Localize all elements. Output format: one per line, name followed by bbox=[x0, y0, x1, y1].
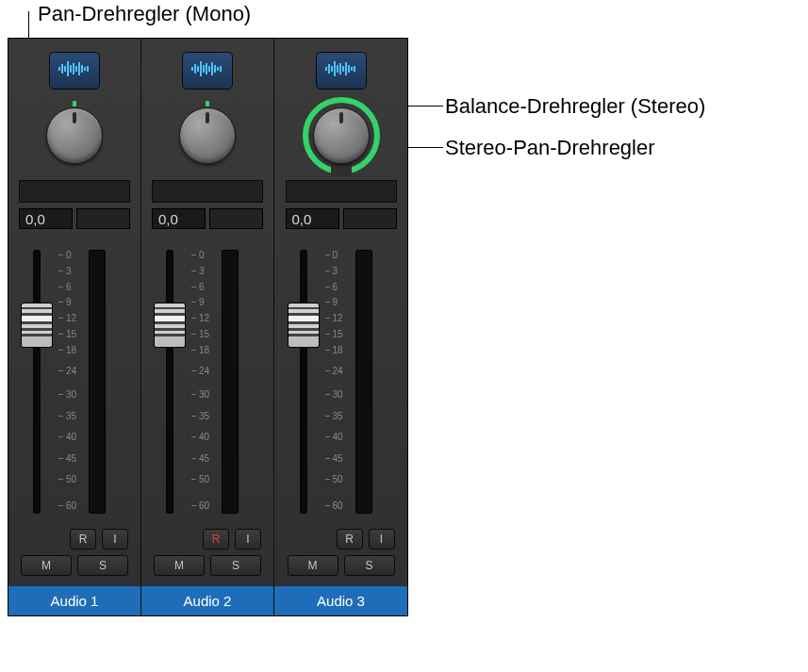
waveform-icon bbox=[58, 59, 91, 82]
input-type-button[interactable] bbox=[182, 52, 233, 90]
svg-rect-13 bbox=[197, 66, 199, 72]
svg-rect-8 bbox=[81, 65, 83, 73]
channel-strip-2: 0,0 0 3 6 9 12 15 18 24 30 35 40 45 50 bbox=[141, 39, 274, 615]
fader-cap[interactable] bbox=[288, 303, 320, 348]
insert-slot[interactable] bbox=[286, 180, 397, 203]
input-monitor-button[interactable]: I bbox=[369, 529, 395, 549]
svg-rect-32 bbox=[354, 66, 355, 72]
level-readout: 0,0 bbox=[19, 208, 73, 229]
input-type-button[interactable] bbox=[49, 52, 100, 90]
mute-button[interactable]: M bbox=[154, 555, 205, 576]
level-meter bbox=[355, 250, 372, 514]
pan-indicator-icon bbox=[73, 101, 76, 107]
annotation-stereo-pan: Stereo-Pan-Drehregler bbox=[445, 136, 655, 160]
svg-rect-12 bbox=[194, 64, 196, 74]
svg-rect-19 bbox=[214, 65, 216, 73]
svg-rect-16 bbox=[206, 63, 207, 74]
fader-cap[interactable] bbox=[21, 303, 53, 348]
svg-rect-5 bbox=[73, 63, 74, 74]
svg-rect-22 bbox=[325, 67, 327, 71]
level-readout: 0,0 bbox=[152, 208, 206, 229]
svg-rect-30 bbox=[348, 65, 350, 73]
stereo-pan-knob[interactable] bbox=[313, 107, 370, 164]
track-name-label[interactable]: Audio 2 bbox=[141, 585, 273, 615]
solo-button[interactable]: S bbox=[344, 555, 395, 576]
insert-slot[interactable] bbox=[19, 180, 130, 203]
pan-knob-mono[interactable] bbox=[46, 107, 103, 164]
level-readout: 0,0 bbox=[286, 208, 339, 229]
svg-rect-4 bbox=[70, 65, 72, 73]
svg-rect-27 bbox=[339, 63, 341, 74]
svg-rect-24 bbox=[331, 66, 333, 72]
svg-rect-21 bbox=[220, 66, 222, 72]
svg-rect-17 bbox=[208, 66, 210, 72]
svg-rect-23 bbox=[328, 64, 330, 74]
volume-fader-track[interactable] bbox=[152, 250, 188, 514]
annotation-balance-stereo: Balance-Drehregler (Stereo) bbox=[445, 94, 705, 119]
input-type-button[interactable] bbox=[316, 52, 367, 90]
svg-rect-11 bbox=[191, 67, 193, 71]
record-enable-button[interactable]: R bbox=[337, 529, 363, 549]
insert-slot[interactable] bbox=[152, 180, 263, 203]
svg-rect-2 bbox=[64, 66, 66, 72]
channel-strip-1: 0,0 0 3 6 9 12 15 18 24 30 35 40 45 50 bbox=[8, 39, 141, 615]
db-scale: 0 3 6 9 12 15 18 24 30 35 40 45 50 60 bbox=[325, 250, 352, 514]
level-meter bbox=[89, 250, 106, 514]
input-monitor-button[interactable]: I bbox=[102, 529, 128, 549]
level-meter bbox=[222, 250, 239, 514]
svg-rect-20 bbox=[217, 67, 219, 71]
balance-knob-stereo[interactable] bbox=[179, 107, 236, 164]
svg-rect-10 bbox=[87, 66, 89, 72]
svg-rect-26 bbox=[337, 65, 338, 73]
db-scale: 0 3 6 9 12 15 18 24 30 35 40 45 50 60 bbox=[191, 250, 218, 514]
mute-button[interactable]: M bbox=[288, 555, 338, 576]
mixer-panel: 0,0 0 3 6 9 12 15 18 24 30 35 40 45 50 bbox=[8, 38, 408, 616]
peak-readout bbox=[76, 208, 130, 229]
fader-cap[interactable] bbox=[154, 303, 186, 348]
channel-strip-3: 0,0 0 3 6 9 12 15 18 24 30 35 40 45 50 bbox=[274, 39, 407, 615]
peak-readout bbox=[343, 208, 397, 229]
svg-rect-0 bbox=[58, 67, 60, 71]
svg-rect-3 bbox=[67, 61, 69, 76]
record-enable-button[interactable]: R bbox=[70, 529, 96, 549]
track-name-label[interactable]: Audio 3 bbox=[274, 585, 407, 615]
svg-rect-9 bbox=[84, 67, 86, 71]
svg-rect-29 bbox=[345, 62, 347, 75]
svg-rect-14 bbox=[200, 61, 202, 76]
svg-rect-6 bbox=[75, 66, 77, 72]
svg-rect-25 bbox=[334, 61, 336, 76]
svg-rect-28 bbox=[342, 66, 344, 72]
solo-button[interactable]: S bbox=[210, 555, 261, 576]
peak-readout bbox=[209, 208, 263, 229]
svg-rect-31 bbox=[351, 67, 353, 71]
pan-indicator-icon bbox=[206, 101, 209, 107]
volume-fader-track[interactable] bbox=[19, 250, 55, 514]
record-enable-button[interactable]: R bbox=[203, 529, 229, 549]
waveform-icon bbox=[324, 59, 358, 82]
annotation-pan-mono: Pan-Drehregler (Mono) bbox=[38, 2, 251, 26]
db-scale: 0 3 6 9 12 15 18 24 30 35 40 45 50 60 bbox=[58, 250, 85, 514]
volume-fader-track[interactable] bbox=[286, 250, 322, 514]
svg-rect-1 bbox=[61, 64, 63, 74]
svg-rect-7 bbox=[78, 62, 80, 75]
track-name-label[interactable]: Audio 1 bbox=[8, 585, 140, 615]
mute-button[interactable]: M bbox=[21, 555, 72, 576]
input-monitor-button[interactable]: I bbox=[235, 529, 261, 549]
svg-rect-18 bbox=[211, 62, 213, 75]
svg-rect-15 bbox=[203, 65, 205, 73]
waveform-icon bbox=[190, 59, 224, 82]
solo-button[interactable]: S bbox=[77, 555, 128, 576]
